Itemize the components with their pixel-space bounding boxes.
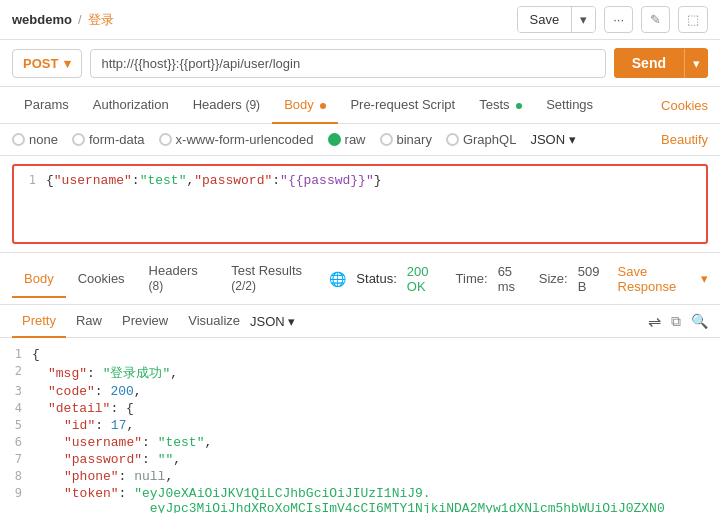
resp-tab-headers[interactable]: Headers (8)	[137, 253, 220, 305]
radio-urlencoded	[159, 133, 172, 146]
resp-tab-test-results[interactable]: Test Results (2/2)	[219, 253, 329, 305]
beautify-button[interactable]: Beautify	[661, 132, 708, 147]
sub-tab-pretty[interactable]: Pretty	[12, 305, 66, 338]
response-section: Body Cookies Headers (8) Test Results (2…	[0, 252, 720, 513]
send-button[interactable]: Send	[614, 48, 684, 78]
method-chevron: ▾	[64, 56, 71, 71]
method-select[interactable]: POST ▾	[12, 49, 82, 78]
resp-line-2: 2 "msg": "登录成功",	[0, 363, 720, 383]
send-button-group: Send ▾	[614, 48, 708, 78]
tab-settings[interactable]: Settings	[534, 87, 605, 124]
option-graphql[interactable]: GraphQL	[446, 132, 516, 147]
save-dropdown-button[interactable]: ▾	[571, 7, 595, 32]
size-label: Size:	[539, 271, 568, 286]
option-form-data[interactable]: form-data	[72, 132, 145, 147]
filter-icon[interactable]: ⇌	[648, 312, 661, 331]
app-name: webdemo	[12, 12, 72, 27]
resp-line-6: 6 "username": "test",	[0, 434, 720, 451]
response-format-selector[interactable]: JSON ▾	[250, 314, 295, 329]
more-button[interactable]: ···	[604, 6, 633, 33]
status-label: Status:	[356, 271, 396, 286]
response-format-tabs: Pretty Raw Preview Visualize JSON ▾	[12, 305, 295, 337]
top-bar: webdemo / 登录 Save ▾ ··· ✎ ⬚	[0, 0, 720, 40]
save-button[interactable]: Save	[518, 7, 572, 32]
tests-dot	[516, 103, 522, 109]
response-tabs-row: Body Cookies Headers (8) Test Results (2…	[0, 253, 720, 305]
option-binary[interactable]: binary	[380, 132, 432, 147]
response-status-bar: 🌐 Status: 200 OK Time: 65 ms Size: 509 B…	[329, 264, 708, 294]
toolbar-right: Save ▾ ··· ✎ ⬚	[517, 6, 708, 33]
save-button-group[interactable]: Save ▾	[517, 6, 597, 33]
resp-line-4: 4 "detail": {	[0, 400, 720, 417]
sub-tab-preview[interactable]: Preview	[112, 305, 178, 338]
layout-icon-button[interactable]: ⬚	[678, 6, 708, 33]
body-options-bar: none form-data x-www-form-urlencoded raw…	[0, 124, 720, 156]
layout-icon: ⬚	[687, 12, 699, 27]
format-chevron: ▾	[569, 132, 576, 147]
edit-icon: ✎	[650, 12, 661, 27]
tab-body[interactable]: Body	[272, 87, 338, 124]
radio-none	[12, 133, 25, 146]
tab-headers[interactable]: Headers (9)	[181, 87, 272, 124]
tab-pre-request[interactable]: Pre-request Script	[338, 87, 467, 124]
breadcrumb-separator: /	[78, 12, 82, 27]
breadcrumb: webdemo / 登录	[12, 11, 114, 29]
cookies-link[interactable]: Cookies	[661, 88, 708, 123]
request-tabs: Params Authorization Headers (9) Body Pr…	[12, 87, 605, 123]
resp-format-chevron: ▾	[288, 314, 295, 329]
globe-icon: 🌐	[329, 271, 346, 287]
option-none[interactable]: none	[12, 132, 58, 147]
time-value: 65 ms	[498, 264, 529, 294]
radio-form-data	[72, 133, 85, 146]
format-selector[interactable]: JSON ▾	[530, 132, 576, 147]
status-value: 200 OK	[407, 264, 446, 294]
radio-binary	[380, 133, 393, 146]
tab-authorization[interactable]: Authorization	[81, 87, 181, 124]
search-icon[interactable]: 🔍	[691, 313, 708, 329]
tab-params[interactable]: Params	[12, 87, 81, 124]
request-body-editor[interactable]: 1 {"username":"test","password":"{{passw…	[12, 164, 708, 244]
request-tabs-row: Params Authorization Headers (9) Body Pr…	[0, 87, 720, 124]
body-dot	[320, 103, 326, 109]
copy-icon[interactable]: ⧉	[671, 313, 681, 330]
save-response-button[interactable]: Save Response ▾	[618, 264, 708, 294]
radio-raw	[328, 133, 341, 146]
radio-graphql	[446, 133, 459, 146]
option-raw[interactable]: raw	[328, 132, 366, 147]
resp-line-1: 1 {	[0, 346, 720, 363]
resp-line-7: 7 "password": "",	[0, 451, 720, 468]
resp-line-9: 9 "token": "eyJ0eXAiOiJKV1QiLCJhbGciOiJI…	[0, 485, 720, 513]
response-action-icons: ⇌ ⧉ 🔍	[648, 312, 708, 331]
tab-tests[interactable]: Tests	[467, 87, 534, 124]
resp-tab-cookies[interactable]: Cookies	[66, 261, 137, 298]
size-value: 509 B	[578, 264, 608, 294]
edit-icon-button[interactable]: ✎	[641, 6, 670, 33]
body-type-options: none form-data x-www-form-urlencoded raw…	[12, 132, 576, 147]
response-tabs: Body Cookies Headers (8) Test Results (2…	[12, 253, 329, 304]
resp-line-8: 8 "phone": null,	[0, 468, 720, 485]
code-line-1: 1 {"username":"test","password":"{{passw…	[14, 172, 706, 189]
time-label: Time:	[456, 271, 488, 286]
resp-line-3: 3 "code": 200,	[0, 383, 720, 400]
resp-tab-body[interactable]: Body	[12, 261, 66, 298]
sub-tab-visualize[interactable]: Visualize	[178, 305, 250, 338]
save-response-chevron: ▾	[701, 271, 708, 286]
tab-title: 登录	[88, 11, 114, 29]
method-label: POST	[23, 56, 58, 71]
sub-tab-raw[interactable]: Raw	[66, 305, 112, 338]
resp-line-5: 5 "id": 17,	[0, 417, 720, 434]
url-input[interactable]	[90, 49, 605, 78]
response-sub-tabs: Pretty Raw Preview Visualize JSON ▾ ⇌ ⧉ …	[0, 305, 720, 338]
send-dropdown-button[interactable]: ▾	[684, 49, 708, 78]
url-bar: POST ▾ Send ▾	[0, 40, 720, 87]
option-urlencoded[interactable]: x-www-form-urlencoded	[159, 132, 314, 147]
response-body: 1 { 2 "msg": "登录成功", 3 "code": 200, 4 "d…	[0, 338, 720, 513]
